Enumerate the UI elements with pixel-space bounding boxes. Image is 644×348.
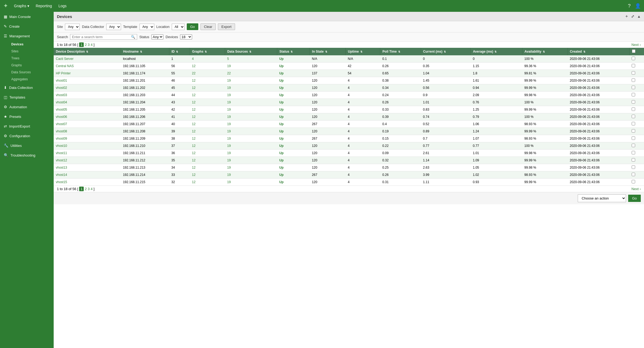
search-icon[interactable]: 🔍 xyxy=(131,35,135,39)
next-link-bottom[interactable]: Next › xyxy=(631,187,641,191)
sidebar-item-automation[interactable]: ⚙ Automation xyxy=(0,102,54,112)
row-checkbox[interactable] xyxy=(632,115,635,118)
ds-link[interactable]: 19 xyxy=(227,86,231,90)
device-link[interactable]: vhost13 xyxy=(56,166,67,169)
collapse-icon[interactable]: ▲ xyxy=(637,14,641,19)
ds-link[interactable]: 19 xyxy=(227,100,231,104)
cell-checkbox[interactable] xyxy=(630,99,644,106)
help-icon[interactable]: ? xyxy=(628,3,631,9)
ds-link[interactable]: 19 xyxy=(227,151,231,155)
graphs-link[interactable]: 12 xyxy=(192,100,195,104)
user-icon[interactable]: 👤 xyxy=(635,3,641,9)
graphs-link[interactable]: 12 xyxy=(192,151,195,155)
cell-checkbox[interactable] xyxy=(630,150,644,157)
go-button[interactable]: Go xyxy=(187,23,198,30)
device-link[interactable]: vhost15 xyxy=(56,180,67,184)
page-3-link[interactable]: 3 xyxy=(88,43,90,47)
row-checkbox[interactable] xyxy=(632,122,635,125)
row-checkbox[interactable] xyxy=(632,71,635,75)
graphs-link[interactable]: 12 xyxy=(192,137,195,140)
row-checkbox[interactable] xyxy=(632,144,635,147)
sidebar-item-management[interactable]: ☰ Management xyxy=(0,31,54,41)
graphs-link[interactable]: 12 xyxy=(192,64,195,68)
cell-checkbox[interactable] xyxy=(630,142,644,150)
col-device-description[interactable]: Device Description ⇅ xyxy=(54,48,121,55)
col-data-sources[interactable]: Data Sources ⇅ xyxy=(225,48,277,55)
device-link[interactable]: vhost03 xyxy=(56,93,67,97)
cell-checkbox[interactable] xyxy=(630,84,644,92)
sidebar-item-utilities[interactable]: 🔧 Utilities xyxy=(0,141,54,150)
ds-link[interactable]: 19 xyxy=(227,108,231,111)
row-checkbox[interactable] xyxy=(632,173,635,176)
device-link[interactable]: vhost05 xyxy=(56,108,67,111)
device-link[interactable]: vhost14 xyxy=(56,173,67,177)
sidebar-item-data-collection[interactable]: ⬇ Data Collection xyxy=(0,83,54,92)
col-created[interactable]: Created ⇅ xyxy=(568,48,630,55)
device-link[interactable]: vhost09 xyxy=(56,137,67,140)
sidebar-item-templates[interactable]: ◫ Templates xyxy=(0,92,54,102)
location-select[interactable]: All xyxy=(172,24,185,30)
row-checkbox[interactable] xyxy=(632,136,635,140)
cell-checkbox[interactable] xyxy=(630,55,644,63)
col-hostname[interactable]: Hostname ⇅ xyxy=(121,48,169,55)
sidebar-sub-devices[interactable]: Devices xyxy=(8,41,54,48)
page-4-link-bottom[interactable]: 4 xyxy=(91,187,93,191)
col-average[interactable]: Average (ms) ⇅ xyxy=(471,48,522,55)
sidebar-sub-sites[interactable]: Sites xyxy=(8,48,54,55)
row-checkbox[interactable] xyxy=(632,93,635,96)
device-link[interactable]: vhost06 xyxy=(56,115,67,119)
nav-reporting[interactable]: Reporting xyxy=(32,2,55,10)
logo-icon[interactable]: ✦ xyxy=(3,2,8,9)
sidebar-item-import-export[interactable]: ⇄ Import/Export xyxy=(0,121,54,131)
row-checkbox[interactable] xyxy=(632,100,635,104)
graphs-link[interactable]: 12 xyxy=(192,79,195,82)
expand-icon[interactable]: ⤢ xyxy=(631,14,634,19)
action-go-button[interactable]: Go xyxy=(628,195,641,202)
ds-link[interactable]: 22 xyxy=(227,71,231,75)
device-link[interactable]: vhost04 xyxy=(56,100,67,104)
ds-link[interactable]: 5 xyxy=(227,57,229,61)
cell-checkbox[interactable] xyxy=(630,179,644,186)
cell-checkbox[interactable] xyxy=(630,113,644,121)
nav-logs[interactable]: Logs xyxy=(55,2,70,10)
page-4-link[interactable]: 4 xyxy=(91,43,93,47)
nav-graphs[interactable]: Graphs ▾ xyxy=(11,2,32,10)
graphs-link[interactable]: 22 xyxy=(192,71,195,75)
cell-checkbox[interactable] xyxy=(630,63,644,70)
page-2-link-bottom[interactable]: 2 xyxy=(85,187,87,191)
page-3-link-bottom[interactable]: 3 xyxy=(88,187,90,191)
devices-per-page-select[interactable]: 18 30 50 100 xyxy=(180,34,192,39)
cell-checkbox[interactable] xyxy=(630,128,644,135)
sidebar-item-configuration[interactable]: ⚙ Configuration xyxy=(0,131,54,141)
action-select[interactable]: Choose an action xyxy=(578,194,626,202)
device-link[interactable]: vhost08 xyxy=(56,129,67,133)
ds-link[interactable]: 19 xyxy=(227,158,231,162)
graphs-link[interactable]: 12 xyxy=(192,129,195,133)
graphs-link[interactable]: 12 xyxy=(192,86,195,90)
device-link[interactable]: Cacti Server xyxy=(56,57,74,61)
clear-button[interactable]: Clear xyxy=(200,23,216,30)
add-icon[interactable]: ＋ xyxy=(625,14,628,19)
graphs-link[interactable]: 12 xyxy=(192,108,195,111)
row-checkbox[interactable] xyxy=(632,180,635,183)
ds-link[interactable]: 19 xyxy=(227,79,231,82)
row-checkbox[interactable] xyxy=(632,129,635,133)
cell-checkbox[interactable] xyxy=(630,171,644,179)
graphs-link[interactable]: 12 xyxy=(192,166,195,169)
template-select[interactable]: Any xyxy=(140,24,154,30)
site-select[interactable]: Any xyxy=(65,24,80,30)
search-input[interactable] xyxy=(72,35,131,39)
page-1-link[interactable]: 1 xyxy=(79,42,84,47)
row-checkbox[interactable] xyxy=(632,107,635,111)
col-current[interactable]: Current (ms) ⇅ xyxy=(421,48,471,55)
cell-checkbox[interactable] xyxy=(630,106,644,113)
sidebar-sub-data-sources[interactable]: Data Sources xyxy=(8,69,54,76)
ds-link[interactable]: 19 xyxy=(227,166,231,169)
page-1-link-bottom[interactable]: 1 xyxy=(79,187,84,191)
sidebar-sub-aggregates[interactable]: Aggregates xyxy=(8,76,54,83)
row-checkbox[interactable] xyxy=(632,158,635,162)
export-button[interactable]: Export xyxy=(218,23,235,30)
graphs-link[interactable]: 12 xyxy=(192,93,195,97)
sidebar-sub-graphs[interactable]: Graphs xyxy=(8,62,54,69)
row-checkbox[interactable] xyxy=(632,86,635,89)
